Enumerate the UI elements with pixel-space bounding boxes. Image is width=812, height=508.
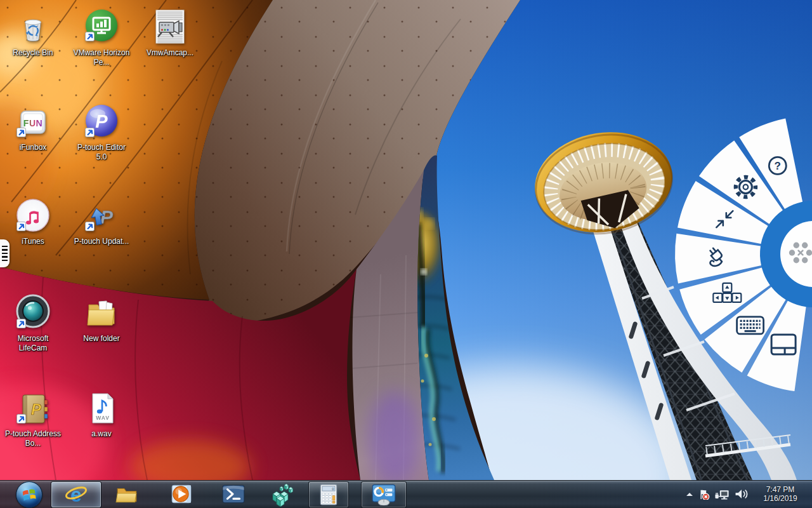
desktop-icon-label: iFunbox: [20, 143, 47, 152]
desktop-icon-itunes[interactable]: iTunes: [3, 195, 63, 246]
system-tray: 7:47 PM 1/16/2019: [685, 480, 812, 508]
radial-menu: ?: [665, 107, 812, 405]
media-player-icon: [169, 482, 193, 506]
desktop-icon-lifecam[interactable]: Microsoft LifeCam: [3, 292, 63, 352]
powershell-icon: [221, 482, 246, 506]
desktop-icon-ptouch-editor[interactable]: P P-touch Editor 5.0: [71, 101, 132, 161]
desktop-icon-label: Microsoft LifeCam: [3, 334, 63, 352]
desktop-icon-ptouch-update[interactable]: P P-touch Updat...: [71, 195, 132, 246]
clock-date: 1/16/2019: [752, 494, 808, 503]
ptouch-editor-icon: P: [81, 101, 122, 142]
desktop-icon-new-folder[interactable]: New folder: [71, 292, 132, 344]
taskbar-button-calculator[interactable]: 0: [308, 481, 349, 508]
chevron-up-icon: [685, 491, 694, 497]
network-icon: [714, 488, 730, 500]
windows-start-orb-icon: [22, 487, 37, 502]
clock-time: 7:47 PM: [752, 485, 808, 494]
desktop-icon-label: VMware Horizon Pe...: [72, 48, 131, 67]
svg-text:FUN: FUN: [23, 118, 43, 128]
taskbar-button-powershell[interactable]: [215, 481, 252, 507]
desktop-icon-a-wav[interactable]: WAV a.wav: [71, 387, 132, 439]
desktop-icon-label: Recycle Bin: [13, 48, 53, 58]
desktop-icon-label: VmwAmcap...: [147, 48, 193, 58]
svg-text:P: P: [31, 401, 42, 418]
menu-pull-tab-grip-icon: [2, 246, 8, 261]
desktop: ?: [0, 0, 812, 508]
folder-icon: [81, 292, 122, 333]
internet-explorer-icon: e: [64, 483, 88, 507]
address-book-icon: P: [13, 387, 53, 428]
vmware-horizon-icon: [81, 6, 122, 47]
taskbar-button-registry-editor[interactable]: [263, 481, 300, 507]
windows-explorer-icon: [115, 482, 139, 506]
desktop-icon-label: P-touch Updat...: [74, 237, 129, 246]
taskbar-button-control-panel[interactable]: [361, 481, 407, 508]
video-capture-icon: [150, 6, 190, 47]
svg-text:?: ?: [775, 160, 781, 172]
recycle-bin-icon: [13, 6, 53, 47]
svg-text:P: P: [95, 111, 108, 131]
volume-button[interactable]: [733, 488, 749, 500]
taskbar-button-windows-explorer[interactable]: [108, 481, 145, 507]
svg-text:P: P: [100, 206, 114, 227]
lifecam-icon: [13, 292, 53, 333]
ifunbox-icon: FUN: [13, 101, 53, 142]
network-button[interactable]: [714, 488, 730, 500]
taskbar-clock[interactable]: 7:47 PM 1/16/2019: [752, 485, 808, 504]
desktop-icon-label: P-touch Editor 5.0: [72, 143, 131, 161]
desktop-icon-ifunbox[interactable]: FUN iFunbox: [3, 101, 63, 152]
taskbar-button-internet-explorer[interactable]: e: [51, 481, 102, 508]
desktop-icon-label: a.wav: [91, 429, 111, 439]
calculator-icon: 0: [318, 483, 339, 506]
wav-file-icon: WAV: [81, 387, 122, 428]
svg-text:0: 0: [332, 487, 334, 491]
speaker-icon: [733, 488, 749, 500]
desktop-icon-vmwamcap[interactable]: VmwAmcap...: [140, 6, 200, 58]
itunes-icon: [13, 195, 53, 236]
desktop-icon-ptouch-address-book[interactable]: P P-touch Address Bo...: [3, 387, 63, 448]
taskbar-button-media-player[interactable]: [163, 481, 200, 507]
desktop-icon-recycle-bin[interactable]: Recycle Bin: [3, 6, 63, 58]
control-panel-icon: [372, 484, 396, 505]
ptouch-update-icon: P: [81, 195, 122, 236]
svg-text:WAV: WAV: [96, 415, 110, 421]
desktop-icon-vmware-horizon[interactable]: VMware Horizon Pe...: [71, 6, 132, 67]
desktop-icon-label: P-touch Address Bo...: [3, 429, 63, 448]
desktop-icon-label: New folder: [83, 334, 119, 344]
action-center-button[interactable]: [698, 488, 710, 500]
registry-cubes-icon: [269, 481, 294, 507]
start-button[interactable]: [16, 481, 43, 508]
desktop-icon-label: iTunes: [22, 237, 44, 246]
flag-alert-icon: [698, 488, 710, 500]
svg-text:e: e: [70, 483, 82, 506]
show-hidden-icons-button[interactable]: [685, 491, 694, 497]
